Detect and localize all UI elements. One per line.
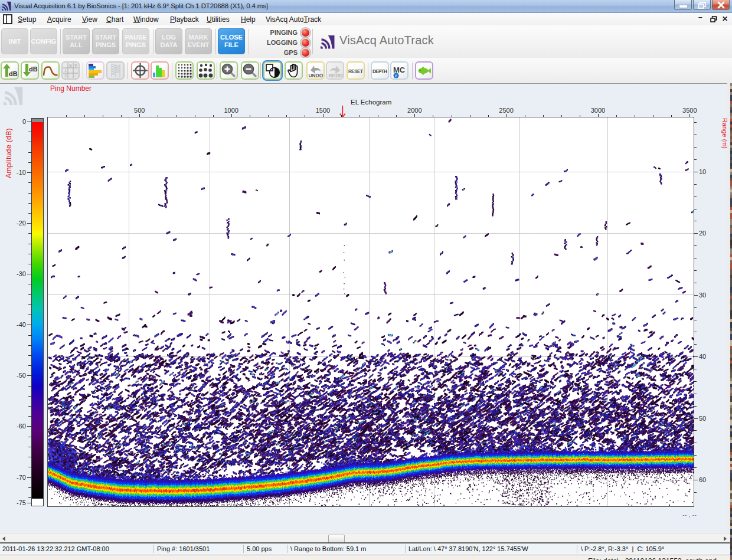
svg-text:X: X: [69, 64, 72, 68]
svg-text:Y: Y: [74, 64, 77, 68]
svg-text:1: 1: [64, 68, 67, 73]
svg-text:UNDO: UNDO: [309, 73, 323, 78]
svg-text:DEPTH: DEPTH: [372, 69, 387, 74]
svg-text:2: 2: [64, 74, 67, 78]
svg-text:REDO: REDO: [329, 73, 344, 78]
svg-text:dB: dB: [9, 70, 18, 77]
svg-text:dB: dB: [29, 66, 38, 73]
svg-text:RESET: RESET: [348, 69, 363, 74]
